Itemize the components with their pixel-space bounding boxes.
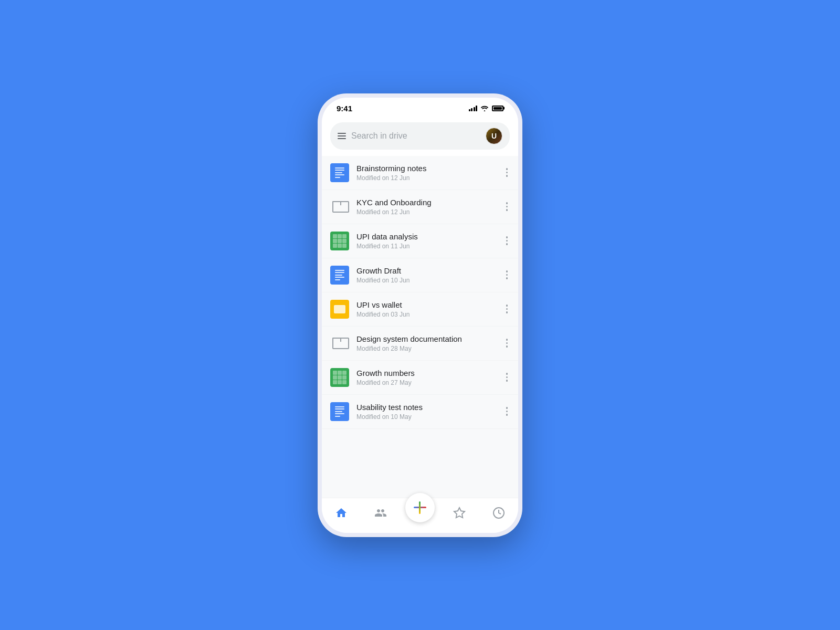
doc-icon [330,266,349,285]
file-info: Usability test notes Modified on 10 May [356,403,497,421]
phone-inner: 9:41 [322,98,518,533]
more-options-button[interactable] [504,266,510,284]
file-modified: Modified on 27 May [356,379,497,386]
file-info: Growth numbers Modified on 27 May [356,369,497,386]
status-time: 9:41 [337,104,352,113]
file-info: Growth Draft Modified on 10 Jun [356,266,497,284]
more-options-button[interactable] [504,198,510,215]
file-modified: Modified on 10 Jun [356,277,497,284]
phone-shell: 9:41 [318,93,522,537]
slides-icon [330,300,349,319]
home-icon [335,507,348,519]
file-name: UPI data analysis [356,232,497,241]
nav-home[interactable] [327,505,356,521]
file-name: Brainstorming notes [356,164,497,173]
avatar[interactable]: U [486,128,502,144]
more-options-button[interactable] [504,164,510,181]
file-modified: Modified on 28 May [356,345,497,352]
file-item-brainstorming-notes[interactable]: Brainstorming notes Modified on 12 Jun [322,156,518,190]
file-list: Brainstorming notes Modified on 12 Jun K… [322,156,518,498]
file-name: Usability test notes [356,403,497,412]
search-bar[interactable]: Search in drive U [330,122,510,150]
file-item-upi-data-analysis[interactable]: UPI data analysis Modified on 11 Jun [322,224,518,258]
file-info: KYC and Onboarding Modified on 12 Jun [356,198,497,216]
file-item-kyc-onboarding[interactable]: KYC and Onboarding Modified on 12 Jun [322,190,518,224]
wifi-icon [480,105,489,111]
file-modified: Modified on 03 Jun [356,311,497,318]
battery-icon [492,106,503,111]
sheet-icon [330,232,349,250]
file-item-growth-numbers[interactable]: Growth numbers Modified on 27 May [322,361,518,395]
search-container: Search in drive U [322,116,518,156]
file-item-design-system[interactable]: Design system documentation Modified on … [322,327,518,361]
doc-icon [330,163,349,182]
file-modified: Modified on 11 Jun [356,243,497,250]
file-name: Growth numbers [356,369,497,377]
menu-icon[interactable] [338,133,346,139]
file-name: Design system documentation [356,334,497,343]
file-name: UPI vs wallet [356,300,497,309]
more-options-button[interactable] [504,403,510,420]
file-item-usability-test-notes[interactable]: Usability test notes Modified on 10 May [322,395,518,429]
file-modified: Modified on 12 Jun [356,208,497,216]
more-options-button[interactable] [504,369,510,386]
folder-icon [330,334,349,353]
people-icon [374,507,387,519]
more-options-button[interactable] [504,232,510,249]
file-info: Design system documentation Modified on … [356,334,497,352]
file-item-growth-draft[interactable]: Growth Draft Modified on 10 Jun [322,258,518,292]
file-info: Brainstorming notes Modified on 12 Jun [356,164,497,182]
file-modified: Modified on 12 Jun [356,174,497,182]
file-name: Growth Draft [356,266,497,275]
folder-icon [330,197,349,216]
nav-starred[interactable] [445,505,474,521]
clock-icon [492,507,505,519]
bottom-nav [322,498,518,533]
file-name: KYC and Onboarding [356,198,497,207]
search-input[interactable]: Search in drive [351,131,480,141]
more-options-button[interactable] [504,300,510,318]
star-icon [453,507,466,519]
file-info: UPI vs wallet Modified on 03 Jun [356,300,497,318]
svg-marker-0 [454,508,465,518]
signal-bars-icon [469,106,478,111]
plus-icon [414,501,426,514]
sheet-icon [330,368,349,387]
fab-add-button[interactable] [405,493,435,522]
doc-icon [330,402,349,421]
file-item-upi-vs-wallet[interactable]: UPI vs wallet Modified on 03 Jun [322,292,518,327]
file-modified: Modified on 10 May [356,413,497,421]
status-bar: 9:41 [322,98,518,116]
file-info: UPI data analysis Modified on 11 Jun [356,232,497,250]
status-icons [469,105,504,111]
nav-recent[interactable] [484,505,513,521]
more-options-button[interactable] [504,334,510,352]
nav-shared[interactable] [366,505,395,521]
